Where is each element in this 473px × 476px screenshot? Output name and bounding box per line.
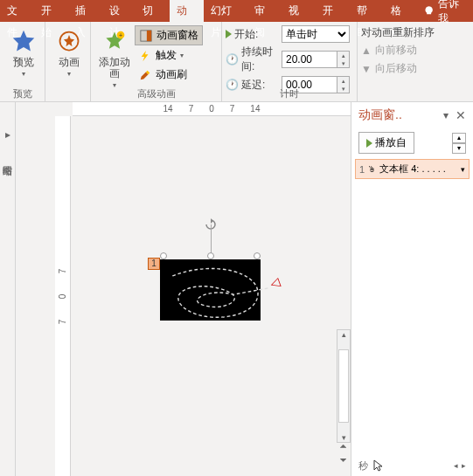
move-later-button[interactable]: ▼向后移动: [361, 60, 468, 77]
chevron-down-icon: ▾: [180, 52, 184, 59]
pane-icon: [139, 29, 153, 43]
chevron-down-icon[interactable]: ▾: [461, 165, 465, 174]
tab-animations[interactable]: 动画: [170, 0, 204, 22]
ribbon: 预览 ▾ 预览 动画 ▾ + 添加动画 ▾ 动画窗格: [0, 22, 473, 102]
mouse-icon: 🖱: [368, 165, 376, 174]
star-icon: [10, 27, 38, 55]
resize-handle[interactable]: [160, 252, 167, 259]
animation-tag[interactable]: 1: [148, 258, 160, 270]
tab-design[interactable]: 设计: [102, 0, 136, 22]
spin-down-icon[interactable]: ▾: [337, 59, 349, 67]
spin-up-icon[interactable]: ▴: [337, 77, 349, 85]
tab-file[interactable]: 文件: [0, 0, 34, 22]
play-icon: [366, 139, 372, 148]
group-reorder: 对动画重新排序 ▲向前移动 ▼向后移动: [358, 22, 471, 101]
slide-canvas[interactable]: 14 7 0 7 14 7 0 7 1 ◁: [16, 102, 351, 476]
scrollbar-thumb[interactable]: [338, 349, 349, 423]
zoom-right-icon[interactable]: ▸: [462, 461, 466, 470]
add-animation-button[interactable]: + 添加动画 ▾: [94, 24, 135, 89]
animation-painter-button[interactable]: 动画刷: [135, 66, 203, 84]
expand-icon[interactable]: ▸: [5, 128, 10, 141]
play-icon: [226, 30, 232, 38]
tab-developer[interactable]: 开发: [316, 0, 350, 22]
close-icon[interactable]: ✕: [456, 108, 466, 122]
pane-title: 动画窗..: [358, 107, 443, 123]
tab-help[interactable]: 帮助: [350, 0, 384, 22]
clock-icon: 🕐: [226, 53, 239, 66]
text-box-shape[interactable]: 1 ◁: [160, 259, 261, 321]
start-select[interactable]: 单击时: [282, 25, 350, 43]
tab-slideshow[interactable]: 幻灯片: [204, 0, 247, 22]
selected-shape[interactable]: 1 ◁: [160, 259, 261, 321]
move-down-icon[interactable]: ▾: [452, 143, 466, 154]
pane-footer: 秒 ◂ ▸: [351, 455, 473, 476]
slide-nav: ⏶ ⏷: [337, 441, 351, 467]
ribbon-tabs: 文件 开始 插入 设计 切换 动画 幻灯片 审阅 视图 开发 帮助 格式 告诉我: [0, 0, 473, 22]
tab-insert[interactable]: 插入: [68, 0, 102, 22]
move-up-icon[interactable]: ▴: [452, 133, 466, 143]
tab-transitions[interactable]: 切换: [136, 0, 170, 22]
animation-list-item[interactable]: 1 🖱 文本框 4: . . . . . ▾: [355, 159, 470, 179]
lightning-icon: [138, 49, 152, 63]
reorder-title: 对动画重新排序: [361, 25, 468, 40]
thumbnail-strip[interactable]: ▸ 缩略图: [0, 102, 16, 476]
svg-rect-4: [147, 30, 151, 40]
prev-slide-icon[interactable]: ⏶: [337, 441, 351, 453]
chevron-down-icon[interactable]: ▾: [443, 109, 449, 121]
svg-text:+: +: [119, 32, 122, 38]
group-timing: 开始: 单击时 🕐持续时间: ▴▾ 🕐延迟: ▴▾ 计时: [222, 22, 358, 101]
trigger-button[interactable]: 触发 ▾: [135, 46, 203, 65]
play-from-button[interactable]: 播放自: [358, 132, 414, 154]
resize-handle[interactable]: [254, 252, 261, 259]
chevron-down-icon: ▾: [67, 70, 71, 78]
tab-review[interactable]: 审阅: [247, 0, 282, 22]
arrow-up-icon: ▲: [361, 45, 372, 57]
add-star-icon: +: [101, 27, 129, 55]
animation-pane-button[interactable]: 动画窗格: [135, 25, 203, 45]
lightbulb-icon: [423, 5, 435, 17]
workarea: ▸ 缩略图 14 7 0 7 14 7 0 7 1: [0, 102, 473, 476]
resize-handle[interactable]: [207, 252, 214, 259]
tab-view[interactable]: 视图: [282, 0, 316, 22]
duration-spinner[interactable]: ▴▾: [282, 51, 350, 68]
tab-format[interactable]: 格式: [384, 0, 418, 22]
move-earlier-button[interactable]: ▲向前移动: [361, 42, 468, 59]
animation-gallery-button[interactable]: 动画 ▾: [49, 24, 89, 78]
next-slide-icon[interactable]: ⏷: [337, 455, 351, 467]
animation-pane: 动画窗.. ▾ ✕ 播放自 ▴ ▾ 1 🖱 文本框 4: . . . . . ▾…: [351, 102, 473, 476]
chevron-down-icon: ▾: [22, 70, 25, 78]
arrow-down-icon: ▼: [361, 63, 372, 75]
star-outline-icon: [55, 27, 83, 55]
tab-home[interactable]: 开始: [34, 0, 68, 22]
vertical-scrollbar[interactable]: ▴ ▾: [337, 329, 351, 443]
group-advanced: + 添加动画 ▾ 动画窗格 触发 ▾ 动画刷: [91, 22, 222, 101]
spin-up-icon[interactable]: ▴: [337, 52, 349, 59]
scroll-up-icon[interactable]: ▴: [337, 330, 350, 339]
vertical-ruler: 7 0 7: [55, 116, 71, 476]
brush-icon: [138, 68, 152, 82]
cursor-icon: [372, 459, 386, 473]
zoom-left-icon[interactable]: ◂: [454, 461, 458, 470]
preview-button[interactable]: 预览 ▾: [3, 24, 44, 78]
horizontal-ruler: 14 7 0 7 14: [73, 102, 351, 116]
motion-path[interactable]: [164, 264, 278, 328]
group-animation: 动画 ▾: [45, 22, 91, 101]
group-preview: 预览 ▾ 预览: [0, 22, 45, 101]
